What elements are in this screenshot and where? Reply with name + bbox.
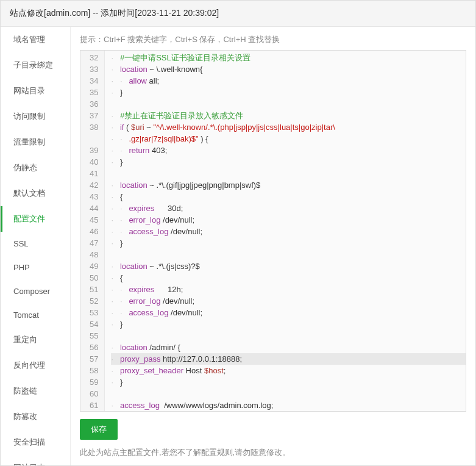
sidebar-item-8[interactable]: SSL: [1, 232, 70, 256]
sidebar-item-12[interactable]: 重定向: [1, 327, 70, 353]
config-editor[interactable]: 32333435363738 3940414243444546474849505…: [80, 50, 466, 412]
main-panel: 提示：Ctrl+F 搜索关键字，Ctrl+S 保存，Ctrl+H 查找替换 32…: [71, 27, 475, 465]
sidebar-item-13[interactable]: 反向代理: [1, 353, 70, 378]
sidebar-item-2[interactable]: 网站目录: [1, 78, 70, 104]
sidebar-item-7[interactable]: 配置文件: [1, 206, 70, 232]
sidebar-item-5[interactable]: 伪静态: [1, 155, 70, 181]
editor-tip: 提示：Ctrl+F 搜索关键字，Ctrl+S 保存，Ctrl+H 查找替换: [80, 34, 466, 45]
save-button[interactable]: 保存: [80, 419, 118, 440]
footnote: 此处为站点主配置文件,若您不了解配置规则,请勿随意修改。: [80, 447, 466, 458]
sidebar-item-9[interactable]: PHP: [1, 256, 70, 279]
line-gutter: 32333435363738 3940414243444546474849505…: [80, 51, 105, 411]
sidebar-item-14[interactable]: 防盗链: [1, 378, 70, 404]
sidebar-item-16[interactable]: 安全扫描: [1, 429, 70, 455]
sidebar-item-11[interactable]: Tomcat: [1, 303, 70, 327]
code-area[interactable]: · #一键申请SSL证书验证目录相关设置· location ~ \.well-…: [105, 51, 466, 411]
sidebar-item-3[interactable]: 访问限制: [1, 104, 70, 129]
sidebar-item-4[interactable]: 流量限制: [1, 129, 70, 155]
sidebar-item-15[interactable]: 防篡改: [1, 404, 70, 429]
sidebar-item-1[interactable]: 子目录绑定: [1, 52, 70, 78]
sidebar-item-10[interactable]: Composer: [1, 279, 70, 303]
sidebar: 域名管理子目录绑定网站目录访问限制流量限制伪静态默认文档配置文件SSLPHPCo…: [1, 27, 71, 465]
sidebar-item-6[interactable]: 默认文档: [1, 181, 70, 206]
window-title: 站点修改[admin.com] -- 添加时间[2023-11-21 20:39…: [1, 1, 475, 27]
sidebar-item-0[interactable]: 域名管理: [1, 27, 70, 52]
sidebar-item-17[interactable]: 网站日志: [1, 455, 70, 465]
